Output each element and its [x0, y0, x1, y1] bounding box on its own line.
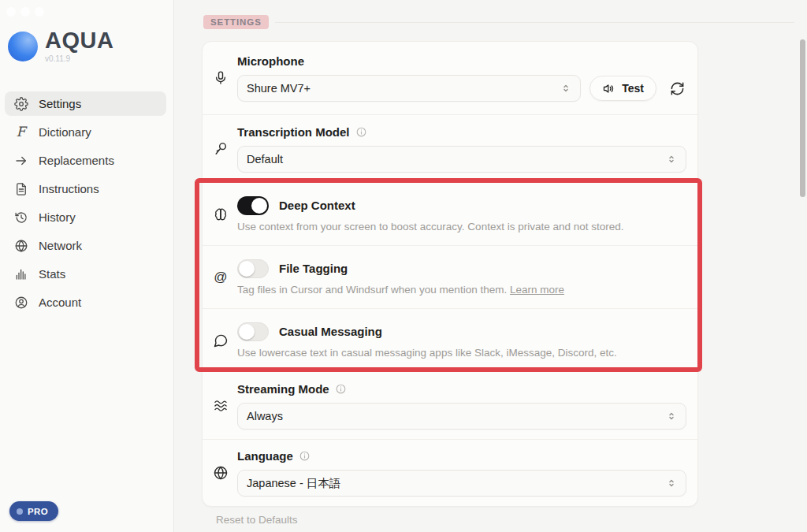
streaming-mode-label: Streaming Mode: [237, 382, 686, 396]
info-icon[interactable]: [299, 450, 311, 462]
section-header: SETTINGS: [203, 15, 794, 29]
sidebar-item-label: Account: [39, 296, 81, 309]
streaming-mode-select-value: Always: [247, 410, 283, 422]
toggle-knob: [239, 261, 255, 277]
pro-badge[interactable]: PRO: [9, 501, 58, 521]
microphone-row: Microphone Shure MV7+ Test: [203, 42, 697, 114]
speaker-icon: [602, 82, 615, 95]
file-tagging-row: @ File Tagging Tag files in Cursor and W…: [203, 245, 697, 308]
globe-icon: [13, 238, 28, 253]
script-f-icon: F: [13, 125, 28, 140]
deep-context-description: Use context from your screen to boost ac…: [237, 221, 686, 233]
sidebar-item-label: Network: [39, 239, 82, 252]
file-tagging-label: File Tagging: [279, 262, 348, 275]
transcription-model-select[interactable]: Default: [237, 146, 686, 173]
transcription-model-select-value: Default: [247, 153, 283, 166]
toggle-knob: [239, 324, 255, 340]
globe-icon: [210, 465, 231, 481]
refresh-devices-button[interactable]: [668, 79, 686, 98]
app-version: v0.11.9: [45, 54, 113, 63]
settings-section-label: SETTINGS: [203, 15, 269, 29]
microphone-select-value: Shure MV7+: [247, 82, 311, 95]
transcription-model-label: Transcription Model: [237, 125, 686, 139]
header-divider: [275, 22, 794, 23]
sidebar-item-history[interactable]: History: [5, 205, 166, 229]
language-select[interactable]: Japanese - 日本語: [237, 470, 686, 497]
info-icon[interactable]: [355, 126, 367, 138]
sidebar-item-stats[interactable]: Stats: [5, 262, 166, 286]
sidebar-item-label: Stats: [39, 267, 65, 281]
speech-bubble-icon: [210, 333, 231, 348]
retro-microphone-icon: [210, 141, 231, 157]
minimize-window-button[interactable]: [20, 7, 30, 17]
learn-more-link[interactable]: Learn more: [510, 284, 564, 296]
deep-context-label: Deep Context: [279, 199, 355, 212]
casual-messaging-row: Casual Messaging Use lowercase text in c…: [203, 308, 697, 371]
microphone-icon: [210, 70, 231, 86]
microphone-select[interactable]: Shure MV7+: [237, 75, 581, 102]
app-name: AQUA: [45, 29, 113, 52]
scrollbar-thumb[interactable]: [800, 39, 805, 197]
app-window: AQUA v0.11.9 Settings F Dictionary Repla…: [0, 0, 807, 532]
logo-orb-icon: [8, 32, 38, 61]
brain-icon: [210, 206, 231, 222]
sidebar-item-label: Settings: [39, 97, 81, 110]
transcription-model-row: Transcription Model Default: [203, 114, 697, 182]
sidebar-item-network[interactable]: Network: [5, 233, 166, 258]
sidebar-item-label: Instructions: [39, 182, 99, 195]
test-button-label: Test: [622, 82, 644, 95]
deep-context-row: Deep Context Use context from your scree…: [203, 182, 697, 245]
streaming-mode-row: Streaming Mode Always: [203, 371, 697, 439]
sidebar-item-instructions[interactable]: Instructions: [5, 177, 166, 201]
pro-status-dot-icon: [17, 508, 23, 515]
file-tagging-description: Tag files in Cursor and Windsurf when yo…: [237, 284, 686, 296]
sidebar-item-replacements[interactable]: Replacements: [5, 148, 166, 173]
refresh-icon: [670, 81, 685, 96]
pro-badge-label: PRO: [28, 507, 48, 516]
language-select-value: Japanese - 日本語: [247, 476, 340, 491]
close-window-button[interactable]: [6, 7, 16, 17]
sidebar-item-label: History: [39, 210, 76, 224]
person-circle-icon: [13, 295, 28, 310]
deep-context-toggle[interactable]: [237, 196, 269, 215]
language-label: Language: [237, 449, 686, 463]
zoom-window-button[interactable]: [35, 7, 44, 17]
sidebar-item-settings[interactable]: Settings: [5, 91, 166, 116]
sidebar-item-label: Replacements: [39, 154, 114, 167]
chevron-up-down-icon: [666, 478, 677, 489]
window-controls: [6, 7, 44, 17]
document-icon: [13, 181, 28, 196]
casual-messaging-label: Casual Messaging: [279, 325, 382, 338]
casual-messaging-toggle[interactable]: [237, 322, 269, 341]
bar-chart-icon: [13, 266, 28, 281]
language-row: Language Japanese - 日本語: [203, 439, 697, 506]
chevron-up-down-icon: [560, 83, 571, 94]
casual-messaging-description: Use lowercase text in casual messaging a…: [237, 347, 686, 359]
sidebar: AQUA v0.11.9 Settings F Dictionary Repla…: [0, 0, 174, 532]
mic-test-button[interactable]: Test: [589, 76, 656, 101]
chevron-up-down-icon: [666, 411, 677, 422]
sidebar-item-dictionary[interactable]: F Dictionary: [5, 120, 166, 144]
settings-card: Microphone Shure MV7+ Test: [202, 41, 698, 507]
chevron-up-down-icon: [666, 154, 677, 165]
file-tagging-toggle[interactable]: [237, 259, 269, 278]
at-sign-icon: @: [210, 270, 231, 285]
settings-page: SETTINGS Microphone Shure MV7+: [175, 0, 807, 532]
arrow-right-icon: [13, 153, 28, 168]
streaming-mode-select[interactable]: Always: [237, 403, 686, 430]
sidebar-item-account[interactable]: Account: [5, 290, 166, 314]
app-logo: AQUA v0.11.9: [8, 29, 113, 63]
toggle-knob: [251, 198, 267, 214]
history-clock-icon: [13, 210, 28, 225]
microphone-label: Microphone: [237, 54, 686, 68]
waves-icon: [210, 398, 231, 414]
sidebar-nav: Settings F Dictionary Replacements Instr…: [5, 91, 166, 318]
reset-defaults-button[interactable]: Reset to Defaults: [216, 514, 298, 526]
sidebar-item-label: Dictionary: [39, 125, 91, 139]
info-icon[interactable]: [335, 383, 347, 395]
gear-icon: [13, 96, 28, 111]
